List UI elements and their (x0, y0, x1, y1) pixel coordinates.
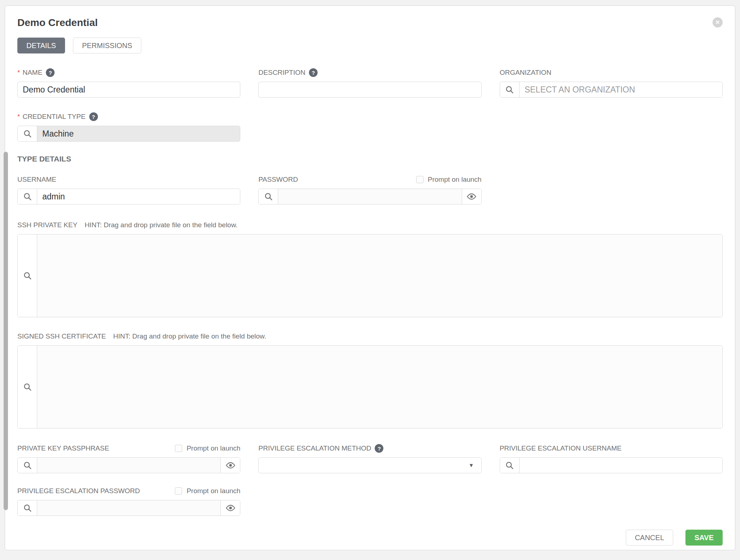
passphrase-prompt-checkbox[interactable] (175, 445, 182, 452)
private-key-passphrase-input[interactable] (37, 458, 220, 473)
search-icon[interactable] (18, 126, 37, 141)
search-icon[interactable] (500, 458, 520, 473)
type-details-heading: TYPE DETAILS (17, 155, 723, 164)
tab-details[interactable]: DETAILS (17, 38, 65, 53)
priv-esc-password-prompt-checkbox[interactable] (175, 487, 182, 495)
name-label-row: * NAME ? (17, 68, 240, 77)
credential-type-label-row: * CREDENTIAL TYPE ? (17, 112, 240, 121)
eye-icon[interactable] (220, 458, 240, 473)
search-icon[interactable] (18, 234, 37, 317)
field-ssh-private-key: SSH PRIVATE KEY HINT: Drag and drop priv… (17, 220, 723, 317)
eye-icon[interactable] (220, 500, 240, 516)
prompt-on-launch-label: Prompt on launch (186, 444, 240, 452)
privilege-escalation-password-label: PRIVILEGE ESCALATION PASSWORD (17, 487, 140, 495)
password-prompt-on-launch[interactable]: Prompt on launch (416, 176, 482, 184)
page-title: Demo Credential (17, 17, 98, 29)
privilege-escalation-username-input-group (500, 457, 723, 473)
help-icon[interactable]: ? (375, 444, 383, 453)
ssh-private-key-textarea[interactable] (37, 234, 722, 317)
cancel-button[interactable]: CANCEL (626, 530, 673, 546)
username-input-group (17, 189, 240, 204)
credential-type-label: CREDENTIAL TYPE (22, 113, 85, 121)
privilege-escalation-username-label: PRIVILEGE ESCALATION USERNAME (500, 444, 622, 452)
field-private-key-passphrase: PRIVATE KEY PASSPHRASE Prompt on launch (17, 444, 240, 473)
help-icon[interactable]: ? (46, 68, 55, 77)
passphrase-prompt-on-launch[interactable]: Prompt on launch (175, 444, 240, 452)
username-label-row: USERNAME (17, 175, 240, 184)
ssh-private-key-hint: HINT: Drag and drop private file on the … (85, 221, 238, 229)
field-description: DESCRIPTION ? (258, 68, 481, 98)
organization-input[interactable] (520, 82, 722, 97)
search-icon[interactable] (500, 82, 520, 97)
username-label: USERNAME (17, 176, 56, 184)
signed-ssh-certificate-label: SIGNED SSH CERTIFICATE (17, 332, 106, 340)
organization-label: ORGANIZATION (500, 69, 551, 77)
signed-ssh-certificate-label-row: SIGNED SSH CERTIFICATE HINT: Drag and dr… (17, 332, 723, 341)
privilege-escalation-password-input[interactable] (37, 500, 220, 516)
tab-permissions[interactable]: PERMISSIONS (73, 38, 141, 53)
required-marker: * (17, 69, 20, 77)
username-input[interactable] (37, 189, 240, 204)
save-button[interactable]: SAVE (685, 530, 723, 546)
privilege-escalation-username-input[interactable] (520, 458, 722, 473)
modal-header: Demo Credential ✕ (17, 17, 723, 29)
signed-ssh-certificate-textarea[interactable] (37, 346, 722, 428)
search-icon[interactable] (18, 189, 37, 204)
ssh-private-key-group (17, 234, 723, 317)
privilege-escalation-username-label-row: PRIVILEGE ESCALATION USERNAME (500, 444, 723, 453)
tab-bar: DETAILS PERMISSIONS (17, 38, 723, 53)
privilege-escalation-method-label: PRIVILEGE ESCALATION METHOD (258, 444, 371, 452)
search-icon[interactable] (18, 346, 37, 428)
name-input[interactable] (17, 82, 240, 98)
credential-modal: Demo Credential ✕ DETAILS PERMISSIONS * … (5, 5, 735, 550)
help-icon[interactable]: ? (89, 112, 98, 121)
field-name: * NAME ? (17, 68, 240, 98)
prompt-on-launch-label: Prompt on launch (186, 487, 240, 495)
signed-ssh-certificate-hint: HINT: Drag and drop private file on the … (113, 332, 266, 340)
description-input[interactable] (258, 82, 481, 98)
organization-input-group (500, 82, 723, 98)
search-icon[interactable] (18, 500, 37, 516)
ssh-private-key-label: SSH PRIVATE KEY (17, 221, 77, 229)
close-icon[interactable]: ✕ (713, 17, 723, 27)
privilege-escalation-password-input-group (17, 500, 240, 516)
row-priv-esc-password: PRIVILEGE ESCALATION PASSWORD Prompt on … (17, 486, 723, 516)
password-prompt-checkbox[interactable] (416, 176, 423, 183)
search-icon[interactable] (18, 458, 37, 473)
organization-label-row: ORGANIZATION (500, 68, 723, 77)
ssh-private-key-label-row: SSH PRIVATE KEY HINT: Drag and drop priv… (17, 220, 723, 230)
caret-down-icon: ▼ (469, 462, 474, 468)
field-privilege-escalation-method: PRIVILEGE ESCALATION METHOD ? ▼ (258, 444, 481, 473)
field-organization: ORGANIZATION (500, 68, 723, 98)
field-signed-ssh-certificate: SIGNED SSH CERTIFICATE HINT: Drag and dr… (17, 332, 723, 428)
eye-icon[interactable] (462, 189, 481, 204)
row-basic-fields: * NAME ? DESCRIPTION ? ORGANIZATION (17, 68, 723, 98)
password-input[interactable] (278, 189, 461, 204)
required-marker: * (17, 113, 20, 121)
description-label: DESCRIPTION (258, 69, 305, 77)
prompt-on-launch-label: Prompt on launch (428, 176, 482, 184)
name-label: NAME (22, 69, 42, 77)
field-privilege-escalation-password: PRIVILEGE ESCALATION PASSWORD Prompt on … (17, 486, 240, 516)
description-label-row: DESCRIPTION ? (258, 68, 481, 77)
search-icon[interactable] (259, 189, 278, 204)
row-username-password: USERNAME PASSWORD Prompt on launch (17, 175, 723, 204)
privilege-escalation-password-label-row: PRIVILEGE ESCALATION PASSWORD Prompt on … (17, 486, 240, 496)
field-username: USERNAME (17, 175, 240, 204)
password-label-row: PASSWORD Prompt on launch (258, 175, 481, 184)
field-privilege-escalation-username: PRIVILEGE ESCALATION USERNAME (500, 444, 723, 473)
row-priv-esc: PRIVATE KEY PASSPHRASE Prompt on launch (17, 444, 723, 473)
field-credential-type: * CREDENTIAL TYPE ? (17, 112, 240, 142)
privilege-escalation-method-label-row: PRIVILEGE ESCALATION METHOD ? (258, 444, 481, 453)
field-password: PASSWORD Prompt on launch (258, 175, 481, 204)
password-input-group (258, 189, 481, 204)
credential-type-input (37, 126, 240, 141)
private-key-passphrase-label: PRIVATE KEY PASSPHRASE (17, 444, 109, 452)
private-key-passphrase-label-row: PRIVATE KEY PASSPHRASE Prompt on launch (17, 444, 240, 453)
left-scrollbar-thumb[interactable] (4, 152, 8, 510)
modal-footer: CANCEL SAVE (17, 530, 723, 546)
priv-esc-password-prompt-on-launch[interactable]: Prompt on launch (175, 487, 240, 495)
private-key-passphrase-input-group (17, 457, 240, 473)
privilege-escalation-method-select[interactable]: ▼ (258, 457, 481, 473)
help-icon[interactable]: ? (309, 68, 318, 77)
